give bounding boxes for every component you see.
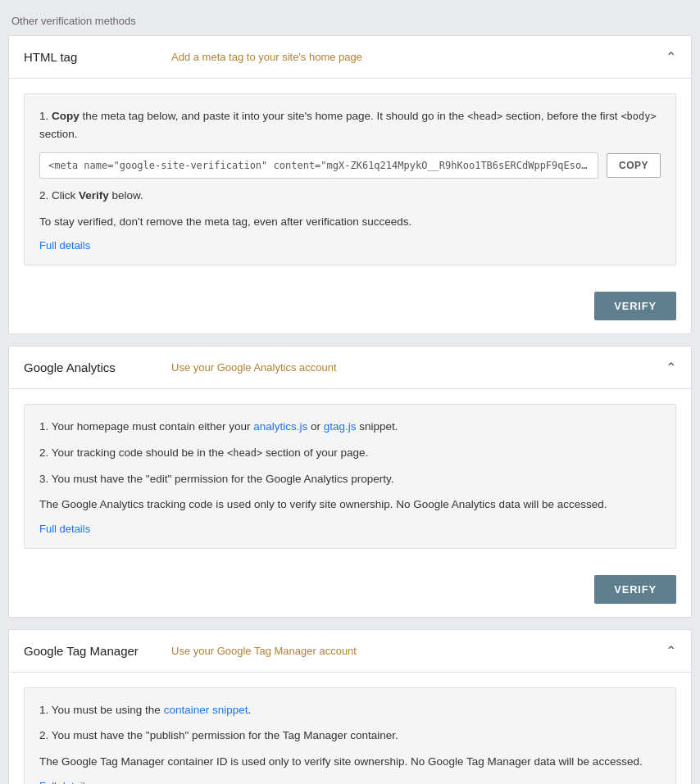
step2-bold-verify: Verify	[79, 189, 109, 202]
html-tag-step1: 1. Copy the meta tag below, and paste it…	[39, 107, 661, 143]
page-header: Other verification methods	[8, 8, 692, 35]
step2-below: below.	[109, 189, 143, 202]
gtm-step1-number: 1.	[39, 704, 48, 716]
google-analytics-info-box: 1. Your homepage must contain either you…	[24, 404, 676, 548]
step1-text2: section, before the first	[502, 110, 620, 122]
ga-step1-or: or	[307, 420, 324, 433]
gtm-step1: 1. You must be using the container snipp…	[39, 701, 661, 719]
html-tag-verify-button[interactable]: VERIFY	[594, 292, 676, 320]
html-tag-info-box: 1. Copy the meta tag below, and paste it…	[24, 93, 676, 265]
step1-text3: section.	[39, 128, 78, 140]
google-analytics-verify-button[interactable]: VERIFY	[594, 575, 676, 604]
html-tag-full-details-link[interactable]: Full details	[39, 239, 90, 252]
ga-step3-text: You must have the "edit" permission for …	[52, 473, 394, 485]
google-analytics-header[interactable]: Google Analytics Use your Google Analyti…	[9, 347, 691, 389]
ga-step2: 2. Your tracking code should be in the <…	[39, 444, 661, 462]
google-analytics-title: Google Analytics	[24, 360, 155, 374]
google-analytics-chevron-icon: ⌃	[666, 360, 676, 375]
ga-step3-number: 3.	[39, 473, 48, 485]
google-tag-manager-body: 1. You must be using the container snipp…	[9, 673, 691, 784]
ga-step1-number: 1.	[39, 420, 48, 433]
gtm-note: The Google Tag Manager container ID is u…	[39, 753, 661, 771]
step1-code-body: <body>	[620, 111, 656, 122]
google-analytics-verify-row: VERIFY	[9, 567, 691, 617]
google-tag-manager-chevron-icon: ⌃	[666, 643, 676, 659]
google-analytics-body: 1. Your homepage must contain either you…	[9, 389, 691, 566]
gtm-step1-period: .	[248, 704, 251, 716]
gtm-step2-text: You must have the "publish" permission f…	[52, 729, 398, 741]
google-analytics-section: Google Analytics Use your Google Analyti…	[8, 346, 692, 617]
html-tag-note: To stay verified, don't remove the meta …	[39, 213, 661, 231]
html-tag-header[interactable]: HTML tag Add a meta tag to your site's h…	[9, 36, 691, 79]
google-tag-manager-subtitle: Use your Google Tag Manager account	[155, 645, 666, 657]
html-tag-step2: 2. Click Verify below.	[39, 187, 661, 205]
google-tag-manager-header[interactable]: Google Tag Manager Use your Google Tag M…	[9, 630, 691, 673]
gtm-full-details-link[interactable]: Full details	[39, 780, 90, 784]
container-snippet-link[interactable]: container snippet	[164, 704, 248, 716]
step1-text: the meta tag below, and paste it into yo…	[83, 110, 467, 122]
ga-note: The Google Analytics tracking code is us…	[39, 496, 661, 514]
ga-step2-text2: section of your page.	[262, 446, 368, 459]
html-tag-section: HTML tag Add a meta tag to your site's h…	[8, 35, 692, 334]
html-tag-body: 1. Copy the meta tag below, and paste it…	[9, 79, 691, 283]
gtm-step1-text: You must be using the	[52, 704, 164, 716]
meta-tag-row: <meta name="google-site-verification" co…	[39, 152, 661, 179]
analytics-js-link[interactable]: analytics.js	[253, 420, 307, 433]
html-tag-title: HTML tag	[24, 50, 155, 64]
step1-code-head: <head>	[467, 111, 502, 122]
ga-step2-code: <head>	[227, 447, 262, 459]
html-tag-chevron-icon: ⌃	[666, 49, 676, 65]
gtm-step2: 2. You must have the "publish" permissio…	[39, 727, 661, 745]
ga-step1-text: Your homepage must contain either your	[52, 420, 253, 433]
ga-step2-text: Your tracking code should be in the	[52, 446, 227, 459]
step2-number: 2.	[39, 189, 48, 202]
step1-bold: Copy	[52, 110, 80, 122]
google-tag-manager-section: Google Tag Manager Use your Google Tag M…	[8, 629, 692, 784]
html-tag-subtitle: Add a meta tag to your site's home page	[155, 51, 666, 63]
copy-button[interactable]: COPY	[607, 153, 661, 178]
gtm-step2-number: 2.	[39, 729, 48, 741]
ga-step2-number: 2.	[39, 446, 48, 459]
google-tag-manager-title: Google Tag Manager	[24, 644, 155, 658]
ga-step1: 1. Your homepage must contain either you…	[39, 418, 661, 436]
gtag-js-link[interactable]: gtag.js	[324, 420, 357, 433]
ga-step1-snippet: snippet.	[357, 420, 398, 433]
google-analytics-subtitle: Use your Google Analytics account	[155, 361, 666, 374]
step1-number: 1.	[39, 110, 48, 122]
google-tag-manager-info-box: 1. You must be using the container snipp…	[24, 687, 676, 784]
ga-step3: 3. You must have the "edit" permission f…	[39, 470, 661, 488]
meta-tag-field: <meta name="google-site-verification" co…	[39, 152, 598, 179]
html-tag-verify-row: VERIFY	[9, 283, 691, 333]
step2-text: Click	[52, 189, 79, 202]
ga-full-details-link[interactable]: Full details	[39, 523, 90, 535]
